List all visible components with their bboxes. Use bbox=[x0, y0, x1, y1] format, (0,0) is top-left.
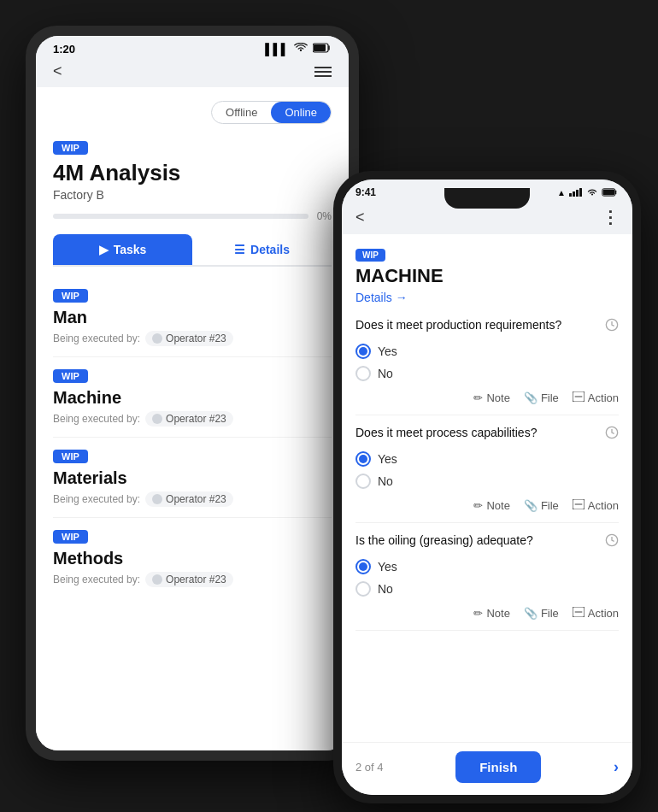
tablet-device: 1:20 ▌▌▌ < bbox=[26, 26, 359, 761]
offline-online-toggle[interactable]: Offline Online bbox=[211, 101, 332, 124]
q1-action-button[interactable]: Action bbox=[573, 391, 619, 404]
task-man-executed: Being executed by: Operator #23 bbox=[53, 331, 332, 346]
tablet-back-button[interactable]: < bbox=[53, 62, 62, 80]
q3-file-icon: 📎 bbox=[524, 607, 538, 620]
phone-time: 9:41 bbox=[355, 186, 376, 198]
online-button[interactable]: Online bbox=[271, 102, 331, 123]
hamburger-line-2 bbox=[314, 71, 332, 73]
q1-option-no[interactable]: No bbox=[355, 366, 619, 381]
task-methods-operator: Operator #23 bbox=[145, 572, 233, 587]
q2-action-icon bbox=[573, 499, 585, 512]
task-item-materials[interactable]: WIP Materials Being executed by: Operato… bbox=[53, 438, 332, 518]
q3-note-icon: ✏ bbox=[473, 607, 483, 620]
phone-content: WIP MACHINE Details → Does it meet produ… bbox=[342, 234, 632, 742]
q3-action-row: ✏ Note 📎 File Action bbox=[355, 603, 619, 620]
q2-yes-radio[interactable] bbox=[355, 451, 371, 467]
q2-no-label: No bbox=[378, 474, 393, 488]
question-3-history-icon[interactable] bbox=[605, 533, 619, 550]
q1-note-label: Note bbox=[486, 391, 509, 404]
task-item-methods[interactable]: WIP Methods Being executed by: Operator … bbox=[53, 518, 332, 597]
q3-file-label: File bbox=[541, 607, 559, 620]
q1-file-label: File bbox=[541, 391, 559, 404]
tablet-wip-badge: WIP bbox=[53, 141, 88, 155]
svg-rect-5 bbox=[579, 188, 582, 197]
phone-signal-icon bbox=[569, 185, 583, 200]
progress-text: 0% bbox=[317, 210, 332, 222]
q3-yes-radio[interactable] bbox=[355, 559, 371, 574]
task-list: WIP Man Being executed by: Operator #23 … bbox=[53, 277, 332, 597]
q3-note-button[interactable]: ✏ Note bbox=[473, 607, 509, 620]
phone-device: 9:41 ▲ bbox=[333, 171, 641, 803]
q1-file-button[interactable]: 📎 File bbox=[524, 391, 559, 404]
finish-button[interactable]: Finish bbox=[455, 751, 541, 783]
executed-label-methods: Being executed by: bbox=[53, 574, 140, 585]
executed-label-materials: Being executed by: bbox=[53, 493, 140, 505]
task-machine-wip: WIP bbox=[53, 369, 88, 383]
phone-location-icon: ▲ bbox=[557, 188, 566, 197]
tablet-signal-icon: ▌▌▌ bbox=[265, 43, 289, 56]
q2-note-icon: ✏ bbox=[473, 499, 483, 512]
question-3-row: Is the oiling (greasing) adequate? bbox=[355, 533, 619, 550]
svg-rect-3 bbox=[573, 191, 575, 197]
phone-status-icons: ▲ bbox=[557, 185, 619, 200]
q2-action-button[interactable]: Action bbox=[573, 499, 619, 512]
question-2-text: Does it meet process capabilities? bbox=[355, 426, 602, 439]
q3-option-yes[interactable]: Yes bbox=[355, 559, 619, 574]
q1-action-label: Action bbox=[588, 391, 619, 404]
tab-details-label: Details bbox=[250, 243, 290, 256]
phone-details-link[interactable]: Details → bbox=[355, 291, 619, 304]
q3-action-icon bbox=[573, 607, 585, 620]
q1-no-radio[interactable] bbox=[355, 366, 371, 381]
operator-name-machine: Operator #23 bbox=[166, 413, 226, 425]
tablet-page-title: 4M Analysis bbox=[53, 160, 332, 186]
tablet-page-subtitle: Factory B bbox=[53, 188, 332, 202]
q3-no-radio[interactable] bbox=[355, 581, 371, 597]
q3-file-button[interactable]: 📎 File bbox=[524, 607, 559, 620]
phone-more-button[interactable]: ⋮ bbox=[602, 207, 619, 227]
next-arrow-icon[interactable]: › bbox=[614, 758, 619, 776]
question-1-history-icon[interactable] bbox=[605, 318, 619, 335]
question-block-3: Is the oiling (greasing) adequate? Yes bbox=[355, 533, 619, 631]
q1-yes-radio[interactable] bbox=[355, 344, 371, 359]
q3-no-label: No bbox=[378, 582, 393, 596]
task-machine-operator: Operator #23 bbox=[145, 411, 233, 427]
phone-back-button[interactable]: < bbox=[355, 209, 365, 227]
offline-button[interactable]: Offline bbox=[212, 102, 271, 123]
q2-no-radio[interactable] bbox=[355, 474, 371, 489]
tablet-menu-button[interactable] bbox=[314, 67, 332, 77]
svg-rect-7 bbox=[603, 190, 614, 196]
details-arrow-icon: → bbox=[396, 291, 408, 304]
q3-option-no[interactable]: No bbox=[355, 581, 619, 597]
phone-battery-icon bbox=[602, 185, 619, 200]
operator-dot-machine bbox=[152, 414, 162, 424]
question-2-history-icon[interactable] bbox=[605, 426, 619, 443]
pagination-text: 2 of 4 bbox=[355, 761, 384, 774]
question-block-1: Does it meet production requirements? Ye… bbox=[355, 318, 619, 415]
q1-yes-label: Yes bbox=[378, 344, 397, 358]
tab-tasks[interactable]: ▶ Tasks bbox=[53, 234, 192, 265]
task-item-man[interactable]: WIP Man Being executed by: Operator #23 bbox=[53, 277, 332, 357]
q3-action-button[interactable]: Action bbox=[573, 607, 619, 620]
tablet-progress-bar: 0% bbox=[53, 210, 332, 222]
q1-option-yes[interactable]: Yes bbox=[355, 344, 619, 359]
q2-option-yes[interactable]: Yes bbox=[355, 451, 619, 467]
q2-note-button[interactable]: ✏ Note bbox=[473, 499, 509, 512]
operator-dot-man bbox=[152, 333, 162, 344]
operator-name-methods: Operator #23 bbox=[166, 574, 226, 585]
offline-online-toggle-container: Offline Online bbox=[53, 101, 332, 132]
operator-dot-materials bbox=[152, 494, 162, 504]
phone-screen: 9:41 ▲ bbox=[342, 179, 632, 795]
question-2-row: Does it meet process capabilities? bbox=[355, 426, 619, 443]
task-item-machine[interactable]: WIP Machine Being executed by: Operator … bbox=[53, 357, 332, 438]
q1-file-icon: 📎 bbox=[524, 391, 538, 404]
q2-option-no[interactable]: No bbox=[355, 474, 619, 489]
tablet-status-bar: 1:20 ▌▌▌ bbox=[36, 36, 349, 59]
q3-yes-label: Yes bbox=[378, 560, 397, 574]
tablet-nav: < bbox=[36, 59, 349, 87]
phone-title: MACHINE bbox=[355, 265, 619, 287]
q2-yes-label: Yes bbox=[378, 452, 397, 466]
tab-details[interactable]: ☰ Details bbox=[192, 234, 332, 265]
q1-note-button[interactable]: ✏ Note bbox=[473, 391, 509, 404]
task-materials-operator: Operator #23 bbox=[145, 491, 233, 507]
q2-file-button[interactable]: 📎 File bbox=[524, 499, 559, 512]
